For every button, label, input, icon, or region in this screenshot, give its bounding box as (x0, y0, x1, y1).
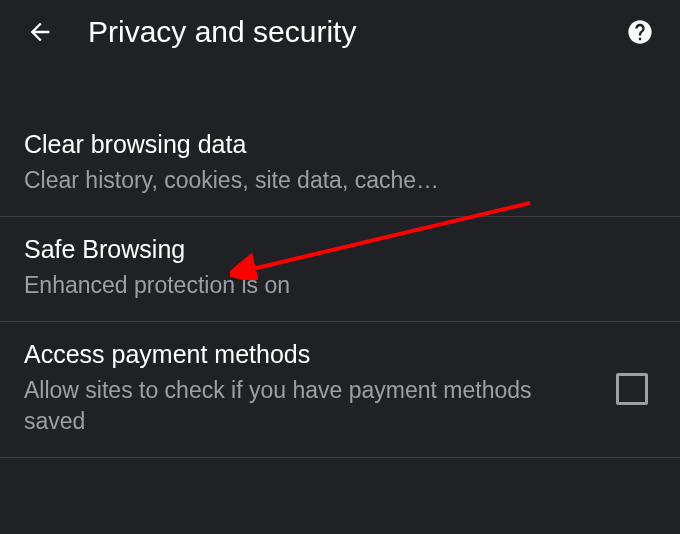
back-arrow-icon (26, 18, 54, 46)
setting-text: Safe Browsing Enhanced protection is on (24, 235, 656, 301)
page-title: Privacy and security (88, 15, 616, 49)
payment-methods-title: Access payment methods (24, 340, 596, 369)
clear-browsing-title: Clear browsing data (24, 130, 656, 159)
safe-browsing-subtitle: Enhanced protection is on (24, 270, 656, 301)
setting-text: Access payment methods Allow sites to ch… (24, 340, 596, 437)
safe-browsing-title: Safe Browsing (24, 235, 656, 264)
help-button[interactable] (616, 8, 664, 56)
payment-methods-subtitle: Allow sites to check if you have payment… (24, 375, 596, 437)
access-payment-methods-item[interactable]: Access payment methods Allow sites to ch… (0, 322, 680, 458)
header-bar: Privacy and security (0, 0, 680, 64)
safe-browsing-item[interactable]: Safe Browsing Enhanced protection is on (0, 217, 680, 322)
back-button[interactable] (16, 8, 64, 56)
clear-browsing-data-item[interactable]: Clear browsing data Clear history, cooki… (0, 112, 680, 217)
clear-browsing-subtitle: Clear history, cookies, site data, cache… (24, 165, 656, 196)
help-icon (626, 18, 654, 46)
payment-methods-checkbox[interactable] (616, 373, 648, 405)
settings-list: Clear browsing data Clear history, cooki… (0, 112, 680, 458)
setting-text: Clear browsing data Clear history, cooki… (24, 130, 656, 196)
